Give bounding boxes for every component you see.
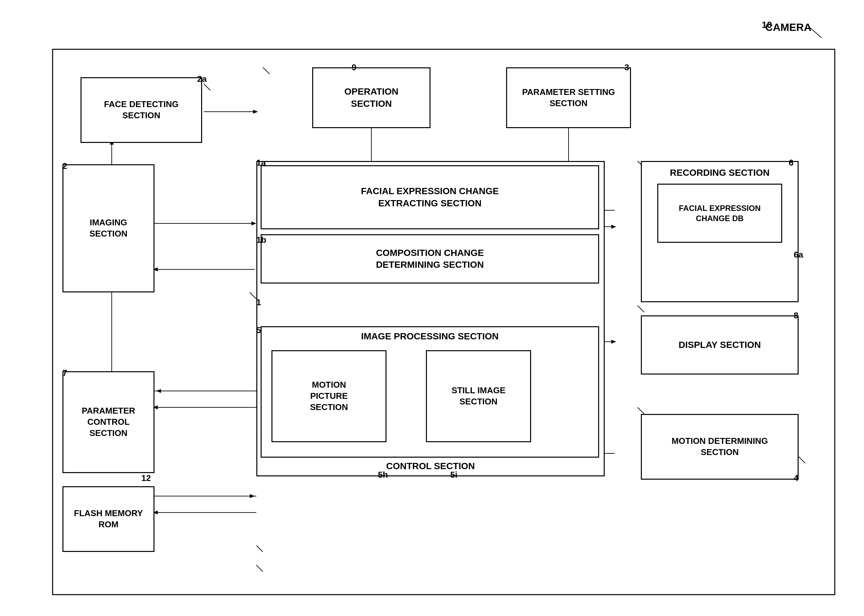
motion-picture-ref: 5h xyxy=(378,470,388,480)
svg-marker-17 xyxy=(611,225,616,229)
recording-outer-box: RECORDING SECTION FACIAL EXPRESSION CHAN… xyxy=(641,161,799,302)
parameter-setting-label: PARAMETER SETTING SECTION xyxy=(522,87,615,109)
svg-line-47 xyxy=(799,457,805,463)
still-image-label: STILL IMAGE SECTION xyxy=(452,385,505,407)
svg-line-37 xyxy=(250,292,257,299)
face-detecting-ref: 2a xyxy=(197,74,207,84)
svg-marker-29 xyxy=(250,494,255,498)
svg-marker-19 xyxy=(156,389,161,393)
still-image-ref: 5i xyxy=(450,470,458,480)
facial-expression-box: FACIAL EXPRESSION CHANGE EXTRACTING SECT… xyxy=(261,165,599,229)
face-detecting-label: FACE DETECTING SECTION xyxy=(104,99,179,121)
composition-change-ref: 1b xyxy=(257,235,266,245)
facial-expression-label: FACIAL EXPRESSION CHANGE EXTRACTING SECT… xyxy=(361,185,499,209)
control-outer-box: CONTROL SECTION FACIAL EXPRESSION CHANGE… xyxy=(257,161,605,476)
operation-label: OPERATION SECTION xyxy=(345,86,398,110)
image-processing-label: IMAGE PROCESSING SECTION xyxy=(361,331,499,342)
image-processing-outer: IMAGE PROCESSING SECTION MOTION PICTURE … xyxy=(261,326,599,458)
display-ref: 8 xyxy=(794,310,798,321)
composition-change-label: COMPOSITION CHANGE DETERMINING SECTION xyxy=(376,247,484,271)
control-ref: 1 xyxy=(257,297,261,308)
parameter-setting-box: PARAMETER SETTING SECTION xyxy=(506,68,631,128)
flash-memory-label: FLASH MEMORY ROM xyxy=(74,508,143,530)
operation-ref: 9 xyxy=(352,63,356,72)
facial-expression-db-box: FACIAL EXPRESSION CHANGE DB xyxy=(657,184,782,243)
display-box: DISPLAY SECTION xyxy=(641,315,799,374)
svg-marker-25 xyxy=(611,340,616,344)
control-section-label: CONTROL SECTION xyxy=(386,461,475,471)
svg-line-43 xyxy=(257,565,263,572)
image-processing-ref: 5 xyxy=(257,325,261,335)
facial-expression-ref: 1a xyxy=(257,158,266,168)
still-image-box: STILL IMAGE SECTION xyxy=(426,350,531,442)
parameter-control-label: PARAMETER CONTROL SECTION xyxy=(82,405,135,438)
parameter-control-ref: 7 xyxy=(63,368,67,378)
recording-ref: 6 xyxy=(789,158,793,168)
face-detecting-box: FACE DETECTING SECTION xyxy=(80,77,202,143)
svg-line-45 xyxy=(637,306,644,312)
display-label: DISPLAY SECTION xyxy=(679,339,761,351)
motion-determining-ref: 4 xyxy=(794,473,798,483)
facial-expression-db-label: FACIAL EXPRESSION CHANGE DB xyxy=(679,203,761,223)
parameter-control-box: PARAMETER CONTROL SECTION xyxy=(63,371,154,473)
composition-change-box: COMPOSITION CHANGE DETERMINING SECTION xyxy=(261,234,599,283)
motion-picture-label: MOTION PICTURE SECTION xyxy=(310,379,348,413)
svg-line-32 xyxy=(204,84,210,90)
motion-determining-label: MOTION DETERMINING SECTION xyxy=(671,435,768,458)
imaging-label: IMAGING SECTION xyxy=(90,217,127,239)
motion-determining-box: MOTION DETERMINING SECTION xyxy=(641,414,799,480)
flash-memory-box: FLASH MEMORY ROM xyxy=(63,486,154,552)
recording-label: RECORDING SECTION xyxy=(670,167,770,179)
svg-marker-11 xyxy=(252,222,257,225)
parameter-setting-ref: 3 xyxy=(625,63,629,72)
svg-line-46 xyxy=(637,407,644,414)
svg-marker-7 xyxy=(253,110,258,114)
imaging-box: IMAGING SECTION xyxy=(63,164,154,292)
camera-label: CAMERA xyxy=(765,21,811,33)
imaging-ref: 2 xyxy=(63,161,67,171)
svg-line-42 xyxy=(257,545,263,552)
operation-box: OPERATION SECTION xyxy=(312,68,431,128)
svg-line-33 xyxy=(263,68,269,74)
flash-memory-ref: 12 xyxy=(141,473,151,483)
facial-expression-db-ref: 6a xyxy=(794,250,803,260)
motion-picture-box: MOTION PICTURE SECTION xyxy=(271,350,387,442)
